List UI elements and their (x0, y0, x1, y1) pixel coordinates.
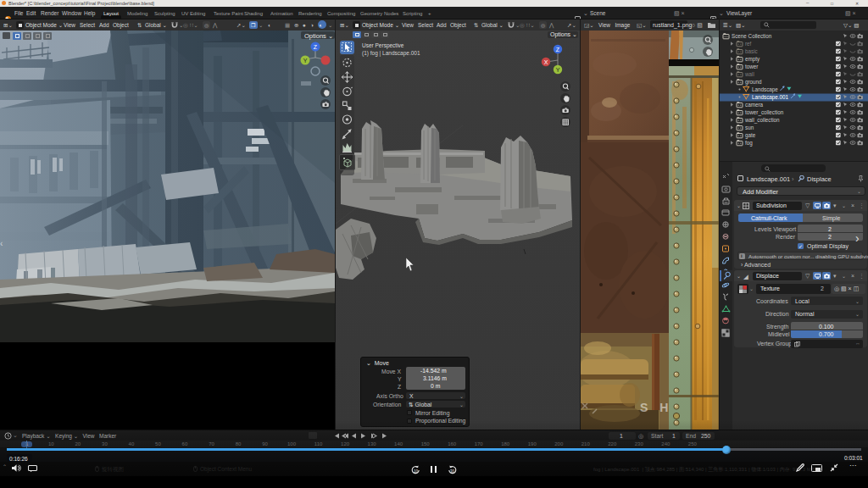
svg-text:Landscape: Landscape (752, 86, 778, 93)
svg-text:empty: empty (745, 56, 760, 63)
svg-text:camera: camera (745, 102, 763, 108)
svg-text:tower: tower (745, 64, 758, 69)
svg-text:Landscape.001: Landscape.001 (752, 94, 789, 101)
svg-text:Y: Y (556, 67, 560, 73)
svg-text:sun: sun (745, 125, 754, 130)
svg-text:X: X (544, 59, 548, 65)
svg-text:Y: Y (303, 58, 308, 64)
svg-text:tower_collection: tower_collection (745, 109, 784, 116)
svg-text:S H: S H (640, 401, 672, 414)
svg-text:ground: ground (745, 79, 762, 86)
svg-text:basic: basic (745, 48, 758, 54)
svg-text:ref: ref (745, 41, 752, 47)
svg-text:30: 30 (450, 469, 455, 474)
svg-text:wall_collection: wall_collection (744, 117, 780, 124)
svg-text:10: 10 (414, 469, 419, 474)
svg-text:wall: wall (744, 71, 754, 77)
svg-text:gate: gate (745, 132, 756, 139)
svg-text:Z: Z (556, 47, 560, 53)
svg-text:Z: Z (314, 44, 318, 50)
svg-text:Scene Collection: Scene Collection (732, 33, 772, 39)
svg-text:fog: fog (745, 140, 753, 147)
